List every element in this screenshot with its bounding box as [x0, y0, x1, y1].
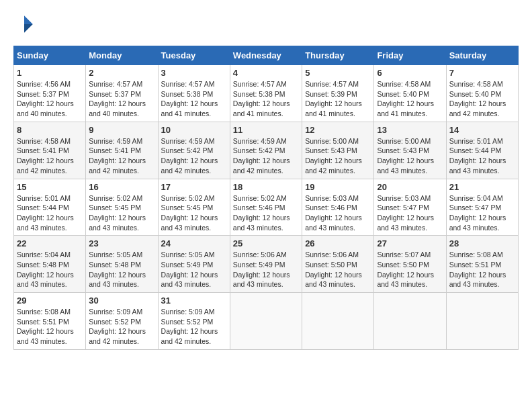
calendar-cell: 3Sunrise: 4:57 AM Sunset: 5:38 PM Daylig…: [158, 65, 230, 122]
day-info: Sunrise: 4:58 AM Sunset: 5:40 PM Dayligh…: [377, 79, 443, 119]
calendar-cell: 23Sunrise: 5:05 AM Sunset: 5:48 PM Dayli…: [86, 236, 158, 293]
calendar-cell: 14Sunrise: 5:01 AM Sunset: 5:44 PM Dayli…: [446, 122, 518, 179]
calendar-week-row: 8Sunrise: 4:58 AM Sunset: 5:41 PM Daylig…: [14, 122, 519, 179]
day-info: Sunrise: 5:03 AM Sunset: 5:46 PM Dayligh…: [305, 193, 371, 233]
day-number: 21: [449, 182, 515, 192]
day-number: 6: [377, 68, 443, 78]
day-info: Sunrise: 5:04 AM Sunset: 5:47 PM Dayligh…: [449, 193, 515, 233]
calendar-cell: 1Sunrise: 4:56 AM Sunset: 5:37 PM Daylig…: [14, 65, 86, 122]
calendar-cell: 17Sunrise: 5:02 AM Sunset: 5:45 PM Dayli…: [158, 179, 230, 236]
day-of-week-header: Sunday: [14, 46, 86, 65]
calendar-cell: 21Sunrise: 5:04 AM Sunset: 5:47 PM Dayli…: [446, 179, 518, 236]
calendar-cell: 29Sunrise: 5:08 AM Sunset: 5:51 PM Dayli…: [14, 293, 86, 350]
day-info: Sunrise: 4:57 AM Sunset: 5:38 PM Dayligh…: [233, 79, 299, 119]
day-info: Sunrise: 5:02 AM Sunset: 5:46 PM Dayligh…: [233, 193, 299, 233]
day-number: 30: [89, 295, 154, 306]
calendar-week-row: 1Sunrise: 4:56 AM Sunset: 5:37 PM Daylig…: [14, 65, 519, 122]
calendar-cell: 4Sunrise: 4:57 AM Sunset: 5:38 PM Daylig…: [230, 65, 302, 122]
calendar-week-row: 22Sunrise: 5:04 AM Sunset: 5:48 PM Dayli…: [14, 236, 519, 293]
day-info: Sunrise: 4:59 AM Sunset: 5:42 PM Dayligh…: [161, 136, 227, 176]
day-number: 16: [89, 182, 154, 192]
day-number: 24: [161, 238, 227, 248]
calendar-cell: 2Sunrise: 4:57 AM Sunset: 5:37 PM Daylig…: [86, 65, 158, 122]
day-info: Sunrise: 5:01 AM Sunset: 5:44 PM Dayligh…: [449, 136, 515, 176]
calendar-cell: 28Sunrise: 5:08 AM Sunset: 5:51 PM Dayli…: [446, 236, 518, 293]
day-number: 29: [17, 295, 83, 306]
calendar-cell: 25Sunrise: 5:06 AM Sunset: 5:49 PM Dayli…: [230, 236, 302, 293]
day-of-week-header: Monday: [86, 46, 158, 65]
day-info: Sunrise: 4:57 AM Sunset: 5:39 PM Dayligh…: [305, 79, 371, 119]
day-info: Sunrise: 5:05 AM Sunset: 5:48 PM Dayligh…: [89, 250, 154, 289]
calendar-cell: [446, 293, 518, 350]
day-number: 27: [377, 238, 443, 248]
day-info: Sunrise: 5:01 AM Sunset: 5:44 PM Dayligh…: [17, 193, 83, 233]
day-of-week-header: Tuesday: [158, 46, 230, 65]
day-number: 31: [161, 295, 227, 306]
calendar-cell: [302, 293, 374, 350]
day-info: Sunrise: 4:59 AM Sunset: 5:42 PM Dayligh…: [233, 136, 299, 176]
day-number: 7: [449, 68, 515, 78]
day-info: Sunrise: 5:02 AM Sunset: 5:45 PM Dayligh…: [161, 193, 227, 233]
calendar-cell: 8Sunrise: 4:58 AM Sunset: 5:41 PM Daylig…: [14, 122, 86, 179]
calendar-table: SundayMondayTuesdayWednesdayThursdayFrid…: [13, 46, 519, 350]
day-info: Sunrise: 5:06 AM Sunset: 5:50 PM Dayligh…: [305, 250, 371, 289]
day-number: 20: [377, 182, 443, 192]
day-info: Sunrise: 5:08 AM Sunset: 5:51 PM Dayligh…: [449, 250, 515, 289]
calendar-cell: 20Sunrise: 5:03 AM Sunset: 5:47 PM Dayli…: [374, 179, 446, 236]
calendar-cell: 24Sunrise: 5:05 AM Sunset: 5:49 PM Dayli…: [158, 236, 230, 293]
calendar-cell: 19Sunrise: 5:03 AM Sunset: 5:46 PM Dayli…: [302, 179, 374, 236]
logo: [13, 13, 38, 35]
calendar-cell: 30Sunrise: 5:09 AM Sunset: 5:52 PM Dayli…: [86, 293, 158, 350]
day-info: Sunrise: 5:06 AM Sunset: 5:49 PM Dayligh…: [233, 250, 299, 289]
calendar-cell: 7Sunrise: 4:58 AM Sunset: 5:40 PM Daylig…: [446, 65, 518, 122]
calendar-cell: 16Sunrise: 5:02 AM Sunset: 5:45 PM Dayli…: [86, 179, 158, 236]
day-info: Sunrise: 4:56 AM Sunset: 5:37 PM Dayligh…: [17, 79, 83, 119]
calendar-week-row: 29Sunrise: 5:08 AM Sunset: 5:51 PM Dayli…: [14, 293, 519, 350]
day-info: Sunrise: 5:08 AM Sunset: 5:51 PM Dayligh…: [17, 307, 83, 347]
day-number: 9: [89, 125, 154, 135]
svg-marker-0: [24, 15, 33, 24]
day-info: Sunrise: 4:57 AM Sunset: 5:37 PM Dayligh…: [89, 79, 154, 119]
day-number: 28: [449, 238, 515, 248]
calendar-cell: 10Sunrise: 4:59 AM Sunset: 5:42 PM Dayli…: [158, 122, 230, 179]
svg-marker-1: [24, 24, 33, 33]
day-info: Sunrise: 5:00 AM Sunset: 5:43 PM Dayligh…: [305, 136, 371, 176]
day-number: 13: [377, 125, 443, 135]
day-number: 3: [161, 68, 227, 78]
calendar-cell: 13Sunrise: 5:00 AM Sunset: 5:43 PM Dayli…: [374, 122, 446, 179]
day-number: 2: [89, 68, 154, 78]
logo-icon: [13, 13, 35, 35]
calendar-cell: 11Sunrise: 4:59 AM Sunset: 5:42 PM Dayli…: [230, 122, 302, 179]
day-info: Sunrise: 5:04 AM Sunset: 5:48 PM Dayligh…: [17, 250, 83, 289]
day-number: 26: [305, 238, 371, 248]
day-info: Sunrise: 5:09 AM Sunset: 5:52 PM Dayligh…: [89, 307, 154, 347]
calendar-cell: 31Sunrise: 5:09 AM Sunset: 5:52 PM Dayli…: [158, 293, 230, 350]
calendar-cell: [230, 293, 302, 350]
calendar-cell: 27Sunrise: 5:07 AM Sunset: 5:50 PM Dayli…: [374, 236, 446, 293]
calendar-cell: 26Sunrise: 5:06 AM Sunset: 5:50 PM Dayli…: [302, 236, 374, 293]
day-number: 5: [305, 68, 371, 78]
day-info: Sunrise: 5:02 AM Sunset: 5:45 PM Dayligh…: [89, 193, 154, 233]
day-number: 23: [89, 238, 154, 248]
day-of-week-header: Saturday: [446, 46, 518, 65]
day-info: Sunrise: 5:05 AM Sunset: 5:49 PM Dayligh…: [161, 250, 227, 289]
day-of-week-header: Friday: [374, 46, 446, 65]
day-info: Sunrise: 4:58 AM Sunset: 5:41 PM Dayligh…: [17, 136, 83, 176]
day-number: 10: [161, 125, 227, 135]
day-number: 4: [233, 68, 299, 78]
calendar-cell: 22Sunrise: 5:04 AM Sunset: 5:48 PM Dayli…: [14, 236, 86, 293]
day-number: 15: [17, 182, 83, 192]
day-number: 8: [17, 125, 83, 135]
day-info: Sunrise: 5:09 AM Sunset: 5:52 PM Dayligh…: [161, 307, 227, 347]
day-number: 17: [161, 182, 227, 192]
calendar-header: SundayMondayTuesdayWednesdayThursdayFrid…: [14, 46, 519, 65]
day-number: 22: [17, 238, 83, 248]
page-header: [13, 13, 519, 35]
day-number: 14: [449, 125, 515, 135]
day-info: Sunrise: 5:00 AM Sunset: 5:43 PM Dayligh…: [377, 136, 443, 176]
day-number: 18: [233, 182, 299, 192]
day-number: 19: [305, 182, 371, 192]
day-number: 25: [233, 238, 299, 248]
calendar-cell: 5Sunrise: 4:57 AM Sunset: 5:39 PM Daylig…: [302, 65, 374, 122]
day-info: Sunrise: 4:57 AM Sunset: 5:38 PM Dayligh…: [161, 79, 227, 119]
